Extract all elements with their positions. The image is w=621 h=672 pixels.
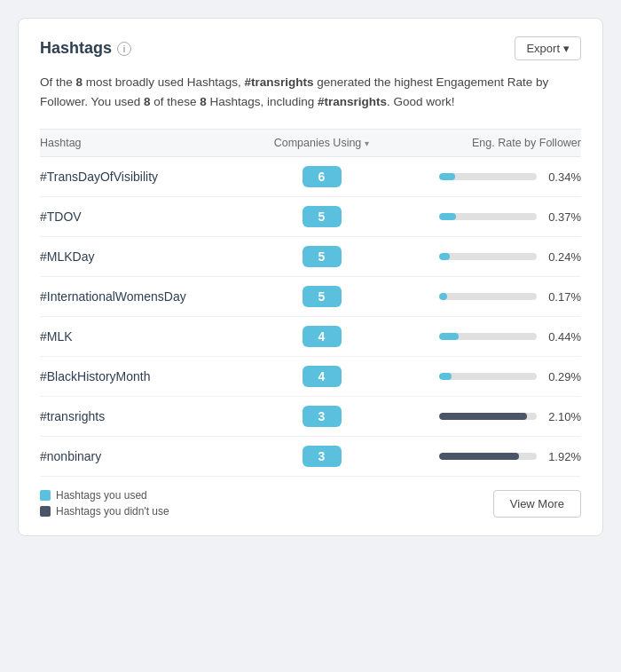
companies-using-badge: 3: [303, 446, 342, 467]
eng-rate-cell: 0.17%: [408, 290, 581, 304]
bar-container: [439, 413, 537, 420]
hashtags-table: Hashtag Companies Using ▾ Eng. Rate by F…: [40, 129, 581, 477]
eng-rate-cell: 0.29%: [408, 370, 581, 383]
eng-rate-cell: 0.24%: [408, 250, 581, 264]
table-row: #TransDayOfVisibility 6 0.34%: [40, 157, 581, 197]
badge-cell: 5: [235, 286, 408, 307]
eng-rate-cell: 0.44%: [408, 330, 581, 344]
summary-text: Of the 8 most broadly used Hashtags, #tr…: [40, 73, 581, 111]
badge-cell: 5: [235, 206, 408, 227]
eng-rate-cell: 0.34%: [408, 170, 581, 184]
bar-container: [439, 173, 537, 180]
legend: Hashtags you used Hashtags you didn't us…: [40, 489, 169, 518]
table-row: #nonbinary 3 1.92%: [40, 437, 581, 477]
table-header: Hashtag Companies Using ▾ Eng. Rate by F…: [40, 129, 581, 157]
hashtag-name: #MLK: [40, 329, 235, 344]
companies-using-badge: 6: [303, 166, 342, 187]
companies-using-badge: 5: [303, 246, 342, 267]
eng-rate-value: 0.34%: [546, 170, 581, 184]
info-icon[interactable]: i: [117, 42, 131, 56]
bar-fill: [439, 333, 459, 340]
bar-fill: [439, 293, 447, 300]
col-companies-using[interactable]: Companies Using ▾: [235, 137, 408, 149]
bar-container: [439, 373, 537, 380]
card-title: Hashtags i: [40, 39, 131, 58]
table-row: #transrights 3 2.10%: [40, 397, 581, 437]
eng-rate-cell: 0.37%: [408, 210, 581, 224]
eng-rate-cell: 1.92%: [408, 450, 581, 463]
export-button[interactable]: Export ▾: [515, 36, 581, 60]
bar-container: [439, 453, 537, 460]
legend-not-used-box: [40, 506, 51, 517]
table-row: #MLK 4 0.44%: [40, 317, 581, 357]
companies-using-badge: 4: [303, 326, 342, 347]
bar-fill: [439, 173, 455, 180]
legend-used: Hashtags you used: [40, 489, 169, 502]
hashtag-name: #BlackHistoryMonth: [40, 369, 235, 383]
footer: Hashtags you used Hashtags you didn't us…: [40, 489, 581, 518]
bar-fill: [439, 373, 452, 380]
badge-cell: 3: [235, 406, 408, 427]
export-arrow-icon: ▾: [563, 42, 570, 55]
legend-used-label: Hashtags you used: [56, 489, 147, 502]
table-row: #BlackHistoryMonth 4 0.29%: [40, 357, 581, 397]
companies-using-badge: 5: [303, 286, 342, 307]
eng-rate-value: 0.24%: [546, 250, 581, 264]
bar-fill: [439, 453, 519, 460]
eng-rate-value: 0.44%: [546, 330, 581, 344]
bar-container: [439, 213, 537, 220]
badge-cell: 5: [235, 246, 408, 267]
companies-using-badge: 4: [303, 366, 342, 387]
badge-cell: 4: [235, 326, 408, 347]
col-eng-rate: Eng. Rate by Follower: [408, 137, 581, 149]
table-row: #MLKDay 5 0.24%: [40, 237, 581, 277]
table-body: #TransDayOfVisibility 6 0.34% #TDOV 5 0.…: [40, 157, 581, 477]
col-hashtag: Hashtag: [40, 137, 235, 149]
view-more-button[interactable]: View More: [493, 490, 581, 518]
bar-container: [439, 333, 537, 340]
hashtag-name: #TransDayOfVisibility: [40, 170, 235, 184]
col-companies-using-label: Companies Using: [274, 137, 362, 149]
legend-used-box: [40, 490, 51, 501]
badge-cell: 6: [235, 166, 408, 187]
badge-cell: 3: [235, 446, 408, 467]
eng-rate-value: 2.10%: [546, 410, 581, 423]
bar-fill: [439, 253, 450, 260]
eng-rate-value: 0.29%: [546, 370, 581, 383]
companies-using-badge: 5: [303, 206, 342, 227]
table-row: #TDOV 5 0.37%: [40, 197, 581, 237]
badge-cell: 4: [235, 366, 408, 387]
bar-container: [439, 253, 537, 260]
eng-rate-value: 0.17%: [546, 290, 581, 304]
eng-rate-value: 0.37%: [546, 210, 581, 224]
export-label: Export: [526, 42, 560, 55]
eng-rate-cell: 2.10%: [408, 410, 581, 423]
hashtag-name: #TDOV: [40, 210, 235, 224]
hashtag-name: #MLKDay: [40, 249, 235, 264]
hashtag-name: #nonbinary: [40, 449, 235, 463]
hashtag-name: #transrights: [40, 409, 235, 423]
hashtag-name: #InternationalWomensDay: [40, 289, 235, 304]
legend-not-used: Hashtags you didn't use: [40, 505, 169, 518]
title-text: Hashtags: [40, 39, 112, 58]
bar-container: [439, 293, 537, 300]
companies-using-badge: 3: [303, 406, 342, 427]
sort-arrow-icon: ▾: [365, 138, 369, 148]
eng-rate-value: 1.92%: [546, 450, 581, 463]
bar-fill: [439, 413, 527, 420]
card-header: Hashtags i Export ▾: [40, 36, 581, 60]
hashtags-card: Hashtags i Export ▾ Of the 8 most broadl…: [18, 18, 603, 536]
legend-not-used-label: Hashtags you didn't use: [56, 505, 169, 518]
table-row: #InternationalWomensDay 5 0.17%: [40, 277, 581, 317]
bar-fill: [439, 213, 456, 220]
